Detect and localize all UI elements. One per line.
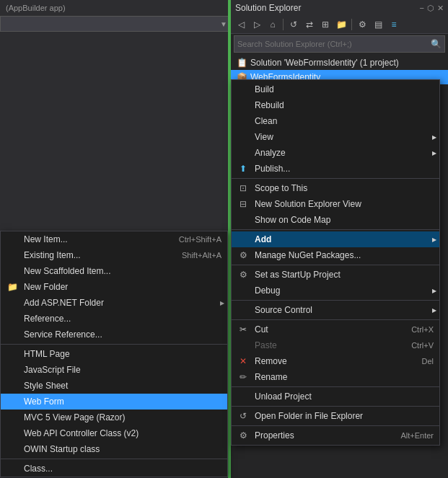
nuget-icon: ⚙: [234, 250, 252, 260]
cm-sep-1: [232, 178, 439, 179]
submenu-item-class[interactable]: Class...: [1, 461, 227, 477]
close-icon[interactable]: ✕: [437, 4, 444, 13]
cm-show-on-code-map[interactable]: Show on Code Map: [232, 212, 439, 228]
se-search-bar[interactable]: 🔍: [234, 35, 445, 53]
cm-clean[interactable]: Clean: [232, 113, 439, 129]
submenu-item-new-folder[interactable]: 📁 New Folder: [1, 279, 227, 295]
app-titlebar: (AppBuilder app): [0, 0, 231, 16]
cm-rename[interactable]: ✏ Rename: [232, 369, 439, 385]
se-title: Solution Explorer: [235, 3, 301, 13]
new-se-icon: ⊟: [234, 199, 252, 209]
remove-icon: ✕: [234, 356, 252, 366]
solution-icon: 📋: [237, 58, 247, 68]
pin-vertical-icon[interactable]: ⬡: [427, 4, 434, 13]
pin-icon[interactable]: −: [420, 4, 424, 12]
cm-sep-7: [232, 406, 439, 407]
scope-button[interactable]: ▤: [371, 17, 385, 32]
cm-sep-8: [232, 425, 439, 426]
properties-icon: ⚙: [234, 430, 252, 441]
search-input[interactable]: [237, 40, 431, 48]
submenu-item-web-api[interactable]: Web API Controller Class (v2): [1, 425, 227, 441]
cm-source-control[interactable]: Source Control: [232, 302, 439, 318]
cm-sep-6: [232, 386, 439, 387]
submenu-item-service-reference[interactable]: Service Reference...: [1, 327, 227, 342]
cm-manage-nuget[interactable]: ⚙ Manage NuGet Packages...: [232, 247, 439, 263]
cm-scope-to-this[interactable]: ⊡ Scope to This: [232, 180, 439, 196]
submenu-separator-1: [1, 344, 227, 345]
se-titlebar: Solution Explorer − ⬡ ✕: [231, 0, 448, 16]
open-folder-button[interactable]: 📁: [334, 17, 348, 32]
cm-sep-5: [232, 319, 439, 320]
cm-sep-4: [232, 300, 439, 301]
submenu-item-new-item[interactable]: New Item... Ctrl+Shift+A: [1, 231, 227, 247]
se-title-icons: − ⬡ ✕: [420, 4, 444, 13]
cm-unload-project[interactable]: Unload Project: [232, 389, 439, 404]
submenu-item-web-form[interactable]: Web Form: [1, 394, 227, 410]
left-dropdown[interactable]: ▼: [0, 16, 231, 32]
submenu-item-html-page[interactable]: HTML Page: [1, 346, 227, 362]
refresh-button[interactable]: ↺: [286, 17, 301, 32]
cm-analyze[interactable]: Analyze: [232, 145, 439, 161]
submenu-separator-2: [1, 459, 227, 459]
cm-open-folder[interactable]: ↺ Open Folder in File Explorer: [232, 408, 439, 424]
publish-icon: ⬆: [234, 164, 252, 174]
cm-build[interactable]: Build: [232, 81, 439, 97]
folder-icon: 📁: [4, 282, 21, 292]
sync-button[interactable]: ⇄: [302, 17, 317, 32]
submenu-item-mvc5-view[interactable]: MVC 5 View Page (Razor): [1, 410, 227, 425]
app-title: (AppBuilder app): [6, 4, 66, 12]
submenu-item-new-scaffolded[interactable]: New Scaffolded Item...: [1, 263, 227, 279]
search-icon: 🔍: [431, 39, 442, 49]
tree-item-solution[interactable]: 📋 Solution 'WebFormsIdentity' (1 project…: [231, 56, 448, 70]
back-button[interactable]: ◁: [234, 17, 248, 32]
cm-sep-2: [232, 229, 439, 230]
forward-button[interactable]: ▷: [250, 17, 264, 32]
cut-icon: ✂: [234, 324, 252, 335]
home-button[interactable]: ⌂: [265, 17, 280, 32]
cm-set-startup[interactable]: ⚙ Set as StartUp Project: [232, 267, 439, 283]
chevron-down-icon: ▼: [220, 20, 227, 28]
submenu-item-style-sheet[interactable]: Style Sheet: [1, 378, 227, 394]
toolbar-separator-2: [351, 19, 352, 30]
cm-rebuild[interactable]: Rebuild: [232, 97, 439, 113]
submenu-item-reference[interactable]: Reference...: [1, 311, 227, 327]
scope-icon: ⊡: [234, 183, 252, 193]
startup-icon: ⚙: [234, 270, 252, 280]
submenu-item-aspnet-folder[interactable]: Add ASP.NET Folder: [1, 295, 227, 311]
collapse-button[interactable]: ≡: [387, 17, 401, 32]
submenu-item-existing-item[interactable]: Existing Item... Shift+Alt+A: [1, 247, 227, 263]
rename-icon: ✏: [234, 372, 252, 382]
cm-debug[interactable]: Debug: [232, 283, 439, 298]
cm-view[interactable]: View: [232, 129, 439, 145]
cm-cut[interactable]: ✂ Cut Ctrl+X: [232, 322, 439, 337]
cm-paste[interactable]: Paste Ctrl+V: [232, 337, 439, 353]
settings-button[interactable]: ⚙: [355, 17, 369, 32]
cm-remove[interactable]: ✕ Remove Del: [232, 353, 439, 369]
se-toolbar: ◁ ▷ ⌂ ↺ ⇄ ⊞ 📁 ⚙ ▤ ≡: [231, 16, 448, 34]
open-folder-icon: ↺: [234, 411, 252, 421]
submenu-item-owin[interactable]: OWIN Startup class: [1, 441, 227, 457]
cm-add[interactable]: Add: [232, 231, 439, 247]
submenu-item-javascript[interactable]: JavaScript File: [1, 362, 227, 378]
add-submenu: New Item... Ctrl+Shift+A Existing Item..…: [0, 231, 228, 477]
cm-new-solution-explorer-view[interactable]: ⊟ New Solution Explorer View: [232, 196, 439, 212]
cm-properties[interactable]: ⚙ Properties Alt+Enter: [232, 428, 439, 443]
cm-publish[interactable]: ⬆ Publish...: [232, 161, 439, 177]
file-sync-button[interactable]: ⊞: [318, 17, 333, 32]
context-menu: Build Rebuild Clean View Analyze ⬆ Publi…: [231, 79, 440, 446]
toolbar-separator-1: [283, 19, 284, 30]
cm-sep-3: [232, 265, 439, 265]
